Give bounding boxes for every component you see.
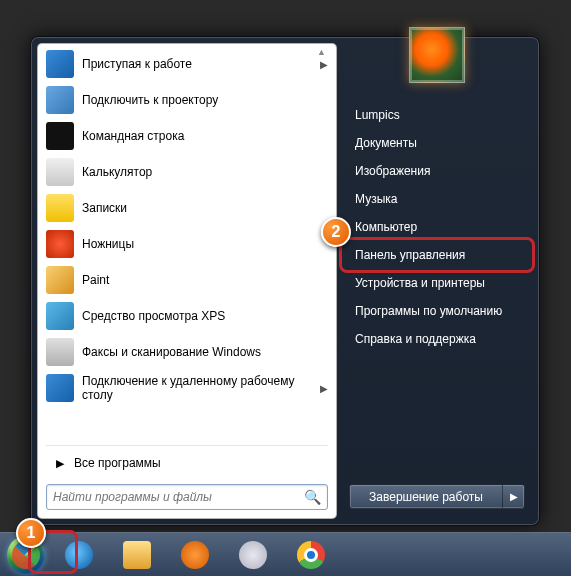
program-label: Подключить к проектору (82, 93, 218, 107)
taskbar (0, 532, 571, 576)
sticky-notes-icon (46, 194, 74, 222)
wmp-icon (181, 541, 209, 569)
cmd-icon (46, 122, 74, 150)
program-item-snip[interactable]: Ножницы (40, 226, 334, 262)
getting-started-icon (46, 50, 74, 78)
all-programs-button[interactable]: ▶ Все программы (38, 448, 336, 478)
search-icon: 🔍 (304, 489, 321, 505)
program-label: Командная строка (82, 129, 184, 143)
right-panel-item[interactable]: Документы (345, 129, 529, 157)
all-programs-label: Все программы (74, 456, 161, 470)
shutdown-button[interactable]: Завершение работы ▶ (349, 484, 525, 509)
chrome-icon (297, 541, 325, 569)
separator (46, 445, 328, 446)
program-item-fax[interactable]: Факсы и сканирование Windows (40, 334, 334, 370)
right-panel-item[interactable]: Компьютер (345, 213, 529, 241)
search-input[interactable] (53, 490, 304, 504)
program-label: Записки (82, 201, 127, 215)
user-picture[interactable] (409, 27, 465, 83)
paint-icon (46, 266, 74, 294)
ie-icon (65, 541, 93, 569)
xps-icon (46, 302, 74, 330)
start-menu-right-panel: LumpicsДокументыИзображенияМузыкаКомпьют… (337, 43, 533, 519)
rdp-icon (46, 374, 74, 402)
right-panel-item[interactable]: Панель управления (345, 241, 529, 269)
program-item-rdp[interactable]: Подключение к удаленному рабочему столу▶ (40, 370, 334, 406)
submenu-arrow-icon: ▶ (320, 59, 328, 70)
program-label: Приступая к работе (82, 57, 192, 71)
program-label: Подключение к удаленному рабочему столу (82, 374, 320, 402)
taskbar-item-explorer[interactable] (110, 537, 164, 573)
program-item-getting-started[interactable]: Приступая к работе▶ (40, 46, 334, 82)
taskbar-item-app[interactable] (226, 537, 280, 573)
taskbar-item-wmp[interactable] (168, 537, 222, 573)
program-item-cmd[interactable]: Командная строка (40, 118, 334, 154)
right-panel-item[interactable]: Устройства и принтеры (345, 269, 529, 297)
start-menu-left-panel: ▲ Приступая к работе▶Подключить к проект… (37, 43, 337, 519)
program-item-paint[interactable]: Paint (40, 262, 334, 298)
right-panel-item[interactable]: Программы по умолчанию (345, 297, 529, 325)
taskbar-item-ie[interactable] (52, 537, 106, 573)
program-item-sticky-notes[interactable]: Записки (40, 190, 334, 226)
start-menu-panel: ▲ Приступая к работе▶Подключить к проект… (30, 36, 540, 526)
fax-icon (46, 338, 74, 366)
app-icon (239, 541, 267, 569)
arrow-right-icon: ▶ (56, 457, 64, 470)
program-item-calculator[interactable]: Калькулятор (40, 154, 334, 190)
right-panel-links: LumpicsДокументыИзображенияМузыкаКомпьют… (345, 101, 529, 353)
right-panel-item[interactable]: Изображения (345, 157, 529, 185)
taskbar-item-chrome[interactable] (284, 537, 338, 573)
programs-list: Приступая к работе▶Подключить к проектор… (38, 44, 336, 443)
right-panel-item[interactable]: Музыка (345, 185, 529, 213)
pin-indicator-icon: ▲ (317, 47, 326, 57)
program-label: Ножницы (82, 237, 134, 251)
folder-icon (123, 541, 151, 569)
snip-icon (46, 230, 74, 258)
program-item-xps[interactable]: Средство просмотра XPS (40, 298, 334, 334)
projector-icon (46, 86, 74, 114)
submenu-arrow-icon: ▶ (320, 383, 328, 394)
windows-orb-icon (7, 536, 45, 574)
program-label: Средство просмотра XPS (82, 309, 225, 323)
right-panel-item[interactable]: Справка и поддержка (345, 325, 529, 353)
program-item-projector[interactable]: Подключить к проектору (40, 82, 334, 118)
right-panel-item[interactable]: Lumpics (345, 101, 529, 129)
shutdown-label: Завершение работы (350, 485, 502, 508)
program-label: Факсы и сканирование Windows (82, 345, 261, 359)
program-label: Калькулятор (82, 165, 152, 179)
program-label: Paint (82, 273, 109, 287)
shutdown-options-arrow[interactable]: ▶ (502, 485, 524, 508)
shutdown-row: Завершение работы ▶ (345, 484, 529, 511)
calculator-icon (46, 158, 74, 186)
start-button[interactable] (4, 533, 48, 577)
search-box[interactable]: 🔍 (46, 484, 328, 510)
